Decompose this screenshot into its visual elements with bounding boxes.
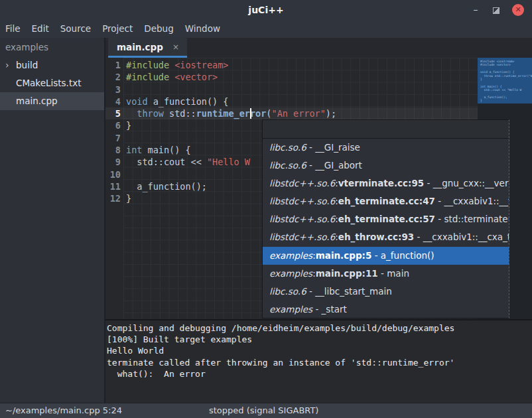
frame-library: libstdc++.so.6	[269, 178, 335, 188]
close-button[interactable]: ✕	[512, 4, 524, 16]
text-cursor	[250, 108, 251, 119]
minimap-line: }	[480, 99, 532, 102]
backtrace-row[interactable]: libc.so.6 - __libc_start_main	[263, 283, 509, 301]
code-editor[interactable]: 1#include <iostream>2#include <vector>34…	[105, 58, 532, 319]
menu-source[interactable]: Source	[60, 20, 91, 38]
frame-location: main.cpp:11	[316, 268, 378, 279]
restore-icon	[493, 7, 499, 14]
backtrace-row[interactable]: examples - _start	[263, 301, 509, 318]
tab-label: main.cpp	[117, 42, 163, 52]
chevron-right-icon: ›	[5, 56, 16, 74]
frame-function: - __cxxabiv1::__term	[435, 196, 509, 206]
line-number: 1	[105, 59, 123, 71]
backtrace-list[interactable]: libc.so.6 - __GI_raiselibc.so.6 - __GI_a…	[263, 139, 509, 318]
code-line[interactable]: 2#include <vector>	[105, 71, 478, 83]
menubar: FileEditSourceProjectDebugWindow	[0, 20, 532, 38]
tree-item-label: CMakeLists.txt	[16, 74, 82, 92]
statusbar: ~/examples/main.cpp 5:24 stopped (signal…	[0, 403, 532, 418]
code-text: throw std::runtime_error("An error");	[123, 107, 336, 119]
line-number: 2	[105, 71, 123, 83]
tree-item-cmakelists.txt[interactable]: CMakeLists.txt	[0, 74, 104, 92]
tab-main-cpp[interactable]: main.cpp ×	[108, 38, 187, 58]
code-token: <iostream>	[174, 60, 228, 70]
line-number: 8	[105, 144, 123, 156]
frame-location: eh_terminate.cc:57	[338, 214, 435, 224]
tree-item-build[interactable]: ›build	[0, 56, 104, 74]
backtrace-row[interactable]: libstdc++.so.6:eh_throw.cc:93 - __cxxabi…	[263, 228, 509, 246]
file-tree-panel[interactable]: examples ›buildCMakeLists.txtmain.cpp	[0, 38, 104, 403]
code-token: );	[326, 108, 336, 119]
code-line[interactable]: 3	[105, 84, 478, 96]
terminal-line: [100%] Built target examples	[107, 334, 532, 345]
status-debug-state: stopped (signal SIGABRT)	[209, 403, 318, 418]
minimize-button[interactable]: –	[470, 4, 482, 16]
status-file-location: ~/examples/main.cpp 5:24	[5, 403, 122, 418]
tree-item-label: main.cpp	[16, 92, 58, 110]
backtrace-row[interactable]: examples:main.cpp:11 - main	[263, 265, 509, 283]
line-number: 4	[105, 96, 123, 107]
code-overview-tooltip[interactable]: #include <iostream>#include <vector> voi…	[478, 58, 532, 104]
frame-function: - _start	[312, 304, 347, 314]
frame-library: libc.so.6	[269, 286, 306, 297]
backtrace-popup-header	[263, 120, 509, 139]
window-title: juCi++	[0, 0, 532, 20]
frame-library: libc.so.6	[269, 142, 306, 153]
code-token	[126, 108, 137, 119]
menu-project[interactable]: Project	[102, 20, 133, 38]
code-text: a_function();	[123, 180, 207, 192]
code-token: }	[126, 193, 131, 204]
code-token: throw	[137, 108, 164, 119]
frame-location: main.cpp:5	[316, 250, 372, 261]
menu-debug[interactable]: Debug	[144, 20, 173, 38]
frame-library: examples	[269, 268, 312, 279]
line-number: 5	[105, 107, 123, 119]
menu-file[interactable]: File	[5, 20, 21, 38]
frame-function: - a_function()	[371, 250, 434, 261]
frame-location: eh_throw.cc:93	[338, 232, 414, 242]
code-line[interactable]: 4void a_function() {	[105, 96, 478, 107]
code-text: }	[123, 119, 131, 131]
frame-location: vterminate.cc:95	[338, 178, 424, 188]
backtrace-row[interactable]: libstdc++.so.6:vterminate.cc:95 - __gnu_…	[263, 174, 509, 192]
code-text: #include <vector>	[123, 71, 218, 83]
frame-function: - __GI_raise	[306, 142, 360, 153]
backtrace-row[interactable]: libc.so.6 - __GI_abort	[263, 157, 509, 174]
code-line[interactable]: 1#include <iostream>	[105, 59, 478, 71]
project-name: examples	[0, 38, 104, 56]
code-token: std::	[164, 108, 196, 119]
frame-library: libstdc++.so.6	[269, 232, 335, 242]
backtrace-row[interactable]: examples:main.cpp:5 - a_function()	[263, 247, 509, 265]
code-token: a_function();	[126, 181, 207, 192]
code-token: (	[266, 108, 271, 119]
terminal-line: what(): An error	[107, 368, 532, 380]
terminal-line: Compiling and debugging /home/eidheim/ex…	[107, 322, 532, 334]
tree-item-label: build	[16, 56, 38, 74]
tree-item-main.cpp[interactable]: main.cpp	[0, 92, 104, 110]
code-line[interactable]: 5 throw std::runtime_error("An error");	[105, 107, 478, 119]
backtrace-row[interactable]: libc.so.6 - __GI_raise	[263, 139, 509, 157]
minimap-line: throw std::runtime_error("An error");	[480, 74, 532, 78]
code-text: void a_function() {	[123, 96, 228, 107]
restore-button[interactable]	[490, 4, 501, 16]
tab-close-icon[interactable]: ×	[172, 42, 179, 52]
menu-window[interactable]: Window	[185, 20, 220, 38]
backtrace-row[interactable]: libstdc++.so.6:eh_terminate.cc:57 - std:…	[263, 210, 509, 228]
code-token	[169, 60, 174, 70]
backtrace-row[interactable]: libstdc++.so.6:eh_terminate.cc:47 - __cx…	[263, 192, 509, 210]
code-token: void	[126, 96, 148, 107]
code-text	[123, 84, 126, 96]
frame-function: - __GI_abort	[306, 160, 362, 171]
code-text: std::cout << "Hello W	[123, 156, 250, 168]
line-number: 3	[105, 84, 123, 96]
menu-edit[interactable]: Edit	[32, 20, 49, 38]
code-token: }	[126, 120, 131, 131]
tabbar: main.cpp ×	[105, 38, 532, 58]
frame-function: - std::terminate()	[435, 214, 509, 224]
frame-function: - __gnu_cxx::__verbos	[424, 178, 509, 188]
backtrace-popup[interactable]: libc.so.6 - __GI_raiselibc.so.6 - __GI_a…	[262, 119, 509, 318]
code-text	[123, 169, 126, 180]
output-terminal[interactable]: Compiling and debugging /home/eidheim/ex…	[105, 319, 532, 403]
titlebar[interactable]: juCi++ – ✕	[0, 0, 532, 20]
line-number: 7	[105, 132, 123, 144]
terminal-line: terminate called after throwing an insta…	[107, 357, 532, 368]
